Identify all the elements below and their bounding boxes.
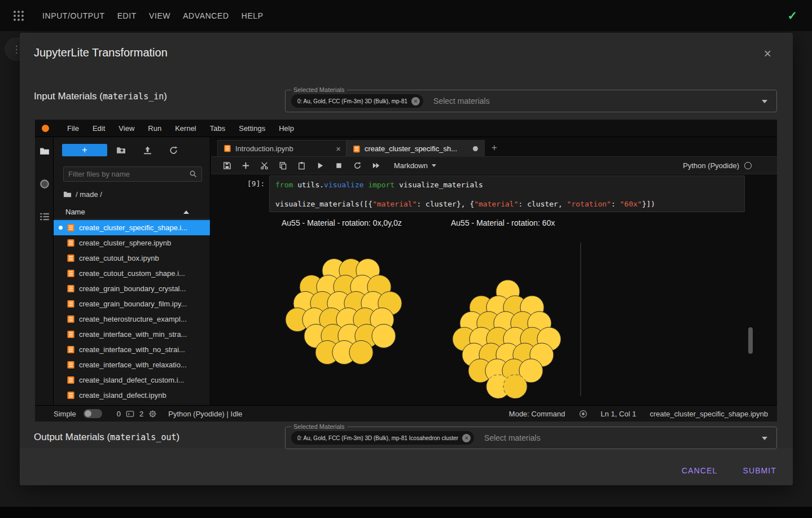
- file-row-create-heterostructure-exampl[interactable]: create_heterostructure_exampl...: [54, 311, 210, 327]
- code-cell-editor[interactable]: from utils.visualize import visualize_ma…: [269, 175, 745, 212]
- cursor-position-label[interactable]: Ln 1, Col 1: [601, 410, 637, 418]
- jupyter-menu-file[interactable]: File: [60, 124, 86, 133]
- cut-cells-icon[interactable]: [260, 161, 269, 170]
- copy-cells-icon[interactable]: [279, 161, 287, 170]
- output-materials-select[interactable]: Selected Materials 0: Au, Gold, FCC (Fm-…: [285, 427, 777, 449]
- file-row-create-interface-with-min-stra[interactable]: create_interface_with_min_stra...: [54, 327, 210, 342]
- input-materials-code: materials_in: [103, 91, 164, 102]
- file-name: create_interface_with_no_strai...: [79, 345, 185, 354]
- kernel-sessions-gear-icon: [148, 410, 157, 418]
- refresh-icon[interactable]: [169, 146, 178, 155]
- notebook-icon: [67, 391, 75, 400]
- file-name: create_cluster_sphere.ipynb: [79, 239, 171, 247]
- file-browser-tab-icon[interactable]: [39, 146, 50, 156]
- menu-edit[interactable]: EDIT: [111, 11, 143, 20]
- jupyter-menu-tabs[interactable]: Tabs: [203, 124, 232, 133]
- file-row-create-cutout-box-ipynb[interactable]: create_cutout_box.ipynb: [54, 251, 210, 266]
- menu-view[interactable]: VIEW: [143, 11, 177, 20]
- output-materials-label-suffix: ): [177, 432, 180, 442]
- notebook-icon: [67, 239, 75, 247]
- notebook-icon: [67, 315, 75, 323]
- new-folder-icon[interactable]: [116, 146, 126, 155]
- file-filter-input[interactable]: [64, 170, 189, 178]
- save-icon[interactable]: [223, 161, 231, 170]
- chip-remove-icon[interactable]: ×: [411, 97, 420, 106]
- input-materials-select[interactable]: Selected Materials 0: Au, Gold, FCC (Fm-…: [285, 90, 777, 112]
- notebook-icon: [67, 300, 75, 308]
- folder-icon: [63, 190, 72, 199]
- tab-close-icon[interactable]: ×: [336, 144, 341, 153]
- notebook-icon: [67, 345, 75, 354]
- tab-introduction-ipynb[interactable]: Introduction.ipynb ×: [217, 140, 346, 157]
- file-row-create-island-defect-custom-i[interactable]: create_island_defect_custom.i...: [54, 372, 210, 388]
- menu-help[interactable]: HELP: [235, 11, 270, 20]
- upload-icon[interactable]: [143, 146, 152, 155]
- file-name: create_cutout_box.ipynb: [79, 254, 159, 262]
- add-tab-icon[interactable]: +: [491, 142, 497, 153]
- file-name: create_grain_boundary_film.ipy...: [79, 300, 187, 308]
- paste-cells-icon[interactable]: [297, 161, 306, 170]
- check-icon[interactable]: ✓: [787, 9, 797, 23]
- file-row-create-interface-with-no-strai[interactable]: create_interface_with_no_strai...: [54, 342, 210, 357]
- notebook-tabbar: Introduction.ipynb × create_cluster_spec…: [211, 137, 777, 157]
- chevron-down-icon[interactable]: [762, 100, 767, 103]
- kernel-status-label[interactable]: Python (Pyodide) | Idle: [168, 410, 242, 418]
- input-materials-label: Input Materials (materials_in): [34, 91, 167, 102]
- column-name-label: Name: [65, 208, 85, 216]
- menu-advanced[interactable]: ADVANCED: [177, 11, 235, 20]
- file-row-create-grain-boundary-crystal[interactable]: create_grain_boundary_crystal...: [54, 281, 210, 296]
- tab-label: create_cluster_specific_sh...: [365, 144, 457, 153]
- kernel-indicator[interactable]: Python (Pyodide): [683, 157, 752, 174]
- jupyter-menu-run[interactable]: Run: [141, 124, 168, 133]
- kernel-name-label: Python (Pyodide): [683, 161, 739, 170]
- file-row-create-cluster-specific-shape-i[interactable]: create_cluster_specific_shape.i...: [54, 220, 210, 235]
- menu-input-output[interactable]: INPUT/OUTPUT: [36, 11, 111, 20]
- file-row-create-cutout-custom-shape-i[interactable]: create_cutout_custom_shape.i...: [54, 266, 210, 281]
- file-browser-panel: +: [54, 137, 210, 405]
- simple-mode-toggle[interactable]: [84, 409, 102, 418]
- file-name: create_island_defect.ipynb: [79, 391, 166, 400]
- tab-create-cluster-specific-shape[interactable]: create_cluster_specific_sh...: [346, 140, 485, 157]
- run-cell-icon[interactable]: [316, 161, 324, 170]
- chip-remove-icon[interactable]: ×: [462, 434, 471, 442]
- input-materials-label-text: Input Materials (: [34, 91, 103, 102]
- code-line: [275, 190, 739, 199]
- notebook-icon: [223, 144, 231, 152]
- file-row-create-cluster-sphere-ipynb[interactable]: create_cluster_sphere.ipynb: [54, 235, 210, 251]
- file-row-create-grain-boundary-film-ipy[interactable]: create_grain_boundary_film.ipy...: [54, 296, 210, 311]
- output-label-rotation-0: Au55 - Material - rotation: 0x,0y,0z: [282, 218, 402, 227]
- material-chip-label: 0: Au, Gold, FCC (Fm-3m) 3D (Bulk), mp-8…: [297, 98, 407, 104]
- table-of-contents-tab-icon[interactable]: [39, 212, 50, 222]
- file-row-create-island-defect-ipynb[interactable]: create_island_defect.ipynb: [54, 388, 210, 403]
- kernel-count: 2: [139, 410, 143, 418]
- jupyter-menu-kernel[interactable]: Kernel: [168, 124, 203, 133]
- jupyter-menu-settings[interactable]: Settings: [232, 124, 272, 133]
- tab-label: Introduction.ipynb: [235, 144, 293, 153]
- jupyter-menu-help[interactable]: Help: [272, 124, 301, 133]
- file-row-create-interface-with-relaxatio[interactable]: create_interface_with_relaxatio...: [54, 357, 210, 372]
- new-launcher-button[interactable]: +: [62, 144, 107, 156]
- code-line: from utils.visualize import visualize_ma…: [275, 180, 739, 190]
- breadcrumb[interactable]: / made /: [63, 190, 102, 199]
- restart-kernel-icon[interactable]: [353, 161, 362, 170]
- cell-type-dropdown[interactable]: Markdown: [394, 161, 436, 170]
- notebook-main-area: Introduction.ipynb × create_cluster_spec…: [211, 137, 777, 405]
- insert-cell-icon[interactable]: [242, 161, 250, 170]
- file-list-header[interactable]: Name: [54, 205, 210, 220]
- running-sessions-tab-icon[interactable]: [39, 179, 50, 189]
- jupyter-menu-edit[interactable]: Edit: [86, 124, 112, 133]
- file-name: create_cluster_specific_shape.i...: [79, 223, 187, 232]
- dialog-actions: CANCEL SUBMIT: [682, 466, 776, 475]
- scrollbar-thumb[interactable]: [748, 327, 753, 354]
- interrupt-kernel-icon[interactable]: [335, 161, 343, 170]
- simple-mode-label: Simple: [54, 410, 76, 418]
- cancel-button[interactable]: CANCEL: [682, 466, 717, 475]
- submit-button[interactable]: SUBMIT: [743, 466, 777, 475]
- jupyter-menu-view[interactable]: View: [112, 124, 141, 133]
- notebook-toolbar: Markdown Python (Pyodide): [211, 157, 777, 174]
- chevron-down-icon[interactable]: [762, 437, 767, 440]
- unsaved-changes-dot-icon[interactable]: [473, 146, 478, 151]
- command-mode-label[interactable]: Mode: Command: [509, 410, 565, 418]
- close-icon[interactable]: ×: [764, 46, 771, 62]
- restart-run-all-icon[interactable]: [372, 161, 380, 170]
